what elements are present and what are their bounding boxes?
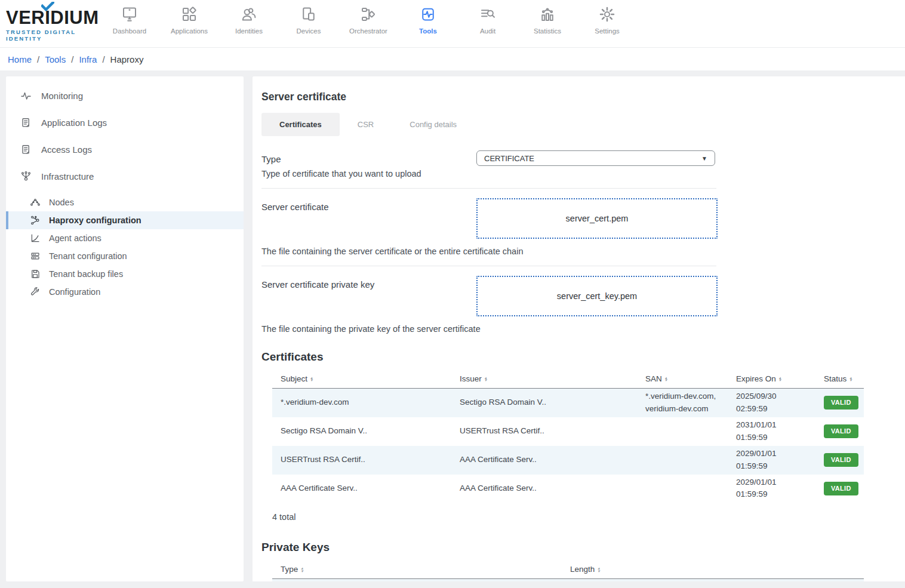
app-header: VERIDIUM TRUSTED DIGITAL IDENTITY Dashbo…	[0, 0, 905, 48]
table-row: AAA Certificate Serv.. AAA Certificate S…	[272, 475, 864, 503]
sidebar-item-monitoring[interactable]: Monitoring	[6, 82, 244, 109]
cell-san	[637, 446, 728, 475]
tab-csr[interactable]: CSR	[340, 113, 392, 136]
nav-item-tools[interactable]: Tools	[398, 5, 458, 35]
breadcrumb-separator: /	[37, 54, 39, 64]
cell-issuer: Sectigo RSA Domain V..	[451, 389, 637, 417]
sort-header-length[interactable]: Length▴▾	[562, 561, 864, 579]
private-keys-header-row: Type▴▾ Length▴▾	[272, 561, 864, 579]
veridium-logo: VERIDIUM TRUSTED DIGITAL IDENTITY	[6, 8, 101, 42]
sort-header-issuer[interactable]: Issuer▴▾	[451, 371, 637, 389]
breadcrumb-current: Haproxy	[110, 54, 144, 64]
wrench-icon	[30, 287, 41, 297]
table-row: *.veridium-dev.com Sectigo RSA Domain V.…	[272, 389, 864, 417]
certificate-type-select[interactable]: CERTIFICATE ▼	[476, 150, 715, 166]
audit-icon	[479, 5, 497, 23]
sort-icon: ▴▾	[849, 377, 852, 382]
nav-item-audit[interactable]: Audit	[458, 5, 518, 35]
server-certificate-dropzone[interactable]: server_cert.pem	[476, 198, 718, 239]
nav-item-devices[interactable]: Devices	[279, 5, 338, 35]
table-row: USERTrust RSA Certif.. AAA Certificate S…	[272, 446, 864, 475]
sidebar-item-haproxy-configuration[interactable]: Haproxy configuration	[6, 211, 244, 229]
private-keys-table: Type▴▾ Length▴▾ RSA	[272, 561, 864, 581]
server-certificate-filename: server_cert.pem	[566, 214, 629, 223]
breadcrumb-separator: /	[102, 54, 104, 64]
sort-icon: ▴▾	[310, 377, 313, 382]
sort-header-type[interactable]: Type▴▾	[272, 561, 562, 579]
certificates-total: 4 total	[272, 512, 905, 522]
nav-item-identities[interactable]: Identities	[219, 5, 279, 35]
sort-icon: ▴▾	[301, 567, 303, 572]
sort-header-expires-on[interactable]: Expires On▴▾	[728, 371, 815, 389]
breadcrumb-infra[interactable]: Infra	[79, 54, 97, 64]
divider	[261, 188, 716, 189]
tab-certificates[interactable]: Certificates	[261, 113, 340, 136]
type-help-text: Type of certificate that you want to upl…	[261, 169, 476, 178]
cell-san: *.veridium-dev.com, veridium-dev.com	[637, 389, 728, 417]
status-badge: VALID	[824, 424, 858, 438]
agent-actions-icon	[30, 233, 41, 244]
cell-expires: 2025/09/30 02:59:59	[728, 389, 815, 417]
sort-icon: ▴▾	[779, 377, 781, 382]
statistics-icon	[538, 5, 556, 23]
nav-item-statistics[interactable]: Statistics	[518, 5, 577, 35]
certificate-type-value: CERTIFICATE	[484, 154, 534, 163]
type-field-row: Type Type of certificate that you want t…	[261, 150, 905, 178]
devices-icon	[300, 5, 318, 23]
cell-subject: *.veridium-dev.com	[272, 389, 451, 417]
breadcrumb: Home / Tools / Infra / Haproxy	[0, 48, 905, 70]
sidebar-item-infrastructure[interactable]: Infrastructure	[6, 163, 244, 190]
cell-subject: AAA Certificate Serv..	[272, 475, 451, 503]
tab-config-details[interactable]: Config details	[392, 113, 475, 136]
tab-bar: Certificates CSR Config details	[261, 113, 905, 136]
tenant-backup-files-icon	[30, 269, 41, 279]
breadcrumb-home[interactable]: Home	[8, 54, 32, 64]
main-panel: Server certificate Certificates CSR Conf…	[253, 76, 905, 581]
nav-item-dashboard[interactable]: Dashboard	[100, 5, 159, 35]
sort-header-san[interactable]: SAN▴▾	[637, 371, 728, 389]
server-certificate-upload-block: Server certificate server_cert.pem The f…	[261, 198, 905, 256]
server-certificate-help-text: The file containing the server certifica…	[261, 247, 905, 256]
sort-header-subject[interactable]: Subject▴▾	[272, 371, 451, 389]
document-icon	[20, 117, 32, 128]
nav-item-settings[interactable]: Settings	[577, 5, 637, 35]
cell-issuer: USERTrust RSA Certif..	[451, 417, 637, 446]
cell-issuer: AAA Certificate Serv..	[451, 475, 637, 503]
status-badge: VALID	[824, 453, 858, 467]
nav-item-applications[interactable]: Applications	[159, 5, 219, 35]
status-badge: VALID	[824, 396, 858, 410]
orchestrator-icon	[359, 5, 377, 23]
chevron-down-icon: ▼	[701, 155, 707, 162]
applications-icon	[180, 5, 198, 23]
nodes-icon	[30, 197, 41, 208]
nav-item-orchestrator[interactable]: Orchestrator	[338, 5, 398, 35]
settings-icon	[598, 5, 616, 23]
sidebar-item-agent-actions[interactable]: Agent actions	[6, 229, 244, 247]
certificates-table: Subject▴▾ Issuer▴▾ SAN▴▾ Expires On▴▾ St…	[272, 371, 864, 503]
sidebar-item-access-logs[interactable]: Access Logs	[6, 136, 244, 163]
sort-header-status[interactable]: Status▴▾	[815, 371, 864, 389]
monitoring-icon	[20, 90, 32, 101]
certificates-header-row: Subject▴▾ Issuer▴▾ SAN▴▾ Expires On▴▾ St…	[272, 371, 864, 389]
infrastructure-subitems: Nodes Haproxy configuration Agent action…	[6, 193, 244, 301]
cell-san	[637, 417, 728, 446]
tenant-configuration-icon	[30, 251, 41, 261]
private-key-dropzone[interactable]: server_cert_key.pem	[476, 276, 718, 316]
breadcrumb-tools[interactable]: Tools	[45, 54, 66, 64]
logo-wordmark: VERIDIUM	[6, 8, 101, 28]
cell-expires: 2029/01/01 01:59:59	[728, 446, 815, 475]
private-key-help-text: The file containing the private key of t…	[261, 324, 905, 334]
sidebar-item-application-logs[interactable]: Application Logs	[6, 109, 244, 136]
sidebar-item-tenant-configuration[interactable]: Tenant configuration	[6, 247, 244, 265]
sort-icon: ▴▾	[598, 567, 600, 572]
sidebar-item-tenant-backup-files[interactable]: Tenant backup files	[6, 265, 244, 283]
haproxy-graph-icon	[30, 215, 41, 226]
infrastructure-icon	[20, 171, 32, 182]
document-icon	[20, 144, 32, 155]
cell-san	[637, 475, 728, 503]
cell-expires: 2031/01/01 01:59:59	[728, 417, 815, 446]
sidebar-item-nodes[interactable]: Nodes	[6, 193, 244, 211]
sidebar-item-configuration[interactable]: Configuration	[6, 283, 244, 301]
divider	[261, 266, 716, 266]
private-key-filename: server_cert_key.pem	[557, 291, 637, 301]
